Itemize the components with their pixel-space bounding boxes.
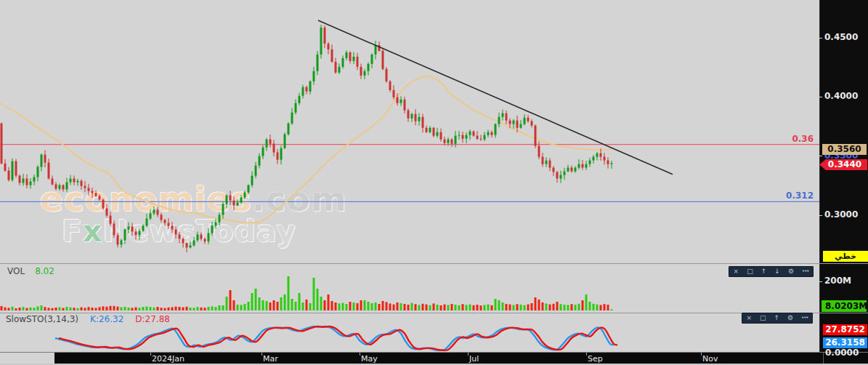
volume-bar [284,294,286,310]
volume-bar [95,308,97,310]
volume-bar [549,305,551,310]
settings-icon[interactable]: ⚙ [788,268,794,275]
candle-body [524,118,526,124]
volume-bar [146,307,148,310]
settings-icon[interactable]: ⚙ [787,315,793,321]
volume-bar [4,308,7,310]
volume-bar [335,302,337,310]
close-icon[interactable]: × [746,315,752,321]
volume-bar [564,305,566,310]
volume-bar [182,308,184,310]
volume-bar [553,304,555,310]
volume-bar [113,306,115,310]
volume-bar [230,290,232,310]
volume-bar [386,302,388,310]
maximize-icon[interactable]: □ [760,315,766,321]
volume-bar [266,301,268,310]
volume-bar [62,308,65,310]
volume-bar [12,307,14,310]
candle-body [157,210,159,215]
candle-body [208,233,210,242]
close-icon[interactable]: × [734,268,739,275]
candle-body [604,157,606,161]
time-axis-tick [261,353,262,356]
candle-body [400,100,402,103]
maximize-icon[interactable]: □ [747,268,753,275]
candle-body [110,216,112,224]
move-down-icon[interactable]: ↓ [774,268,780,275]
hline-label-0.312: 0.312 [786,190,814,201]
candle-body [219,215,221,222]
candle-body [346,52,348,58]
candle-body [418,117,421,121]
volume-bar [211,306,214,310]
candle-body [422,117,424,128]
volume-bar [30,308,32,310]
volume-bar [277,302,279,310]
candle-body [222,204,224,215]
volume-bar [531,303,533,310]
scale-type-tag[interactable]: خطي [823,251,868,262]
volume-bar [23,307,25,310]
stochastic-zero-label: 0.0000 [825,348,859,358]
candle-body [295,103,297,113]
candle-body [571,168,573,172]
candle-body [560,175,562,179]
stochastic-panel-header: SlowSTO(3,14,3)K:26.32D:27.88 [6,314,170,324]
move-up-icon[interactable]: ↑ [774,315,780,321]
volume-bar [48,308,50,310]
move-up-icon[interactable]: ↑ [761,268,767,275]
candle-body [600,153,602,157]
volume-bar [509,305,511,310]
volume-bar [466,305,468,310]
price-tick-dash [818,156,822,156]
volume-bar [280,297,283,310]
volume-bar [371,303,373,310]
volume-panel-header: VOL8.02 [7,266,54,276]
candle-body [429,128,431,132]
volume-bar [545,303,548,310]
candle-body [88,188,90,191]
candle-body [259,156,261,166]
candle-body [299,96,301,103]
plot-area[interactable] [0,20,819,350]
more-options-icon[interactable]: ••• [802,268,808,275]
candle-body [585,164,588,168]
volume-bar [575,305,577,310]
more-options-icon[interactable]: ••• [801,315,808,321]
volume-bar [295,302,297,310]
candle-body [142,226,145,231]
candle-body [37,167,39,177]
candle-body [30,182,32,185]
candle-body [556,172,559,179]
volume-bar [110,306,112,310]
volume-bar [429,305,431,310]
volume-bar [611,309,613,310]
candle-body [328,44,330,49]
candle-body [440,132,442,140]
stochastic-panel-toolbar: ×□↑⚙••• [742,313,813,324]
candle-body [52,179,54,185]
volume-bar [233,300,235,310]
candle-body [360,67,362,76]
ma-price-tag: 0.3560 [822,144,867,155]
volume-bar [117,307,119,310]
chart-canvas[interactable] [0,0,868,365]
volume-bar [44,307,46,310]
candle-body [393,90,395,97]
trendline[interactable] [318,20,673,175]
volume-bar [527,305,530,310]
candle-body [197,235,199,241]
volume-panel-toolbar: ×□↑↓⚙••• [729,266,814,277]
candle-body [204,239,206,242]
hline-label-0.36: 0.36 [792,134,814,144]
volume-bar [346,304,348,310]
volume-bar [567,305,569,310]
volume-bar [26,308,28,310]
volume-bar [128,308,130,310]
volume-bar [168,308,170,310]
candle-body [567,168,569,172]
volume-bar [582,300,584,310]
candle-body [59,185,61,189]
candle-body [426,128,428,132]
